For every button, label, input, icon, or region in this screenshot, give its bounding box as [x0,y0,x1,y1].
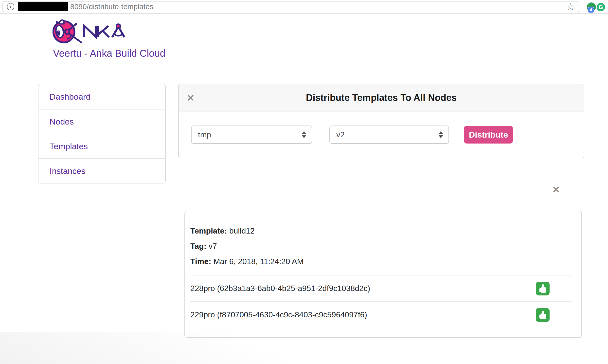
tag-field-value: v7 [209,242,217,251]
result-fields: Template: build12 Tag: v7 Time: Mar 6, 2… [190,211,572,275]
distribute-templates-panel: ✕ Distribute Templates To All Nodes tmp … [178,84,584,158]
template-field-label: Template: [190,226,227,235]
close-icon[interactable]: ✕ [187,93,195,103]
sidebar-item-instances[interactable]: Instances [38,158,165,183]
tag-select[interactable]: v2 [329,126,449,144]
page-title: Veertu - Anka Build Cloud [53,48,165,59]
address-bar[interactable]: i 8090/distribute-templates ☆ [2,1,579,12]
template-field-value: build12 [229,226,255,235]
distribute-button[interactable]: Distribute [464,126,513,144]
time-field-label: Time: [190,257,211,266]
browser-window: i 8090/distribute-templates ☆ 4 G Veertu… [0,0,608,364]
chevron-updown-icon [302,131,306,138]
chevron-updown-icon [439,131,443,138]
distribution-result-card: Template: build12 Tag: v7 Time: Mar 6, 2… [184,211,582,338]
url-text[interactable]: 8090/distribute-templates [70,2,153,11]
thumbs-up-icon [538,284,547,293]
extension-badge: 4 [588,7,594,13]
node-row: 228pro (62b3a1a3-6ab0-4b25-a951-2df9c103… [190,275,572,301]
result-close-icon[interactable]: ✕ [552,185,560,194]
distribute-panel-header: ✕ Distribute Templates To All Nodes [179,84,584,111]
distribute-panel-title: Distribute Templates To All Nodes [306,92,457,103]
template-field: Template: build12 [190,223,572,238]
status-badge [536,282,550,295]
time-field-value: Mar 6, 2018, 11:24:20 AM [214,257,304,266]
anka-logo [53,19,126,44]
tag-field: Tag: v7 [190,238,572,254]
sidebar-nav: Dashboard Nodes Templates Instances [38,84,166,183]
tag-select-value: v2 [336,130,345,139]
browser-chrome: i 8090/distribute-templates ☆ 4 G [0,0,608,14]
sidebar-item-dashboard[interactable]: Dashboard [38,84,165,109]
tag-field-label: Tag: [190,242,206,251]
template-select[interactable]: tmp [191,126,312,144]
bookmark-star-icon[interactable]: ☆ [566,2,575,12]
thumbs-up-icon [538,310,547,319]
redacted-url-host [18,2,68,11]
sidebar-item-templates[interactable]: Templates [38,134,165,158]
info-icon[interactable]: i [7,3,14,10]
node-name: 228pro (62b3a1a3-6ab0-4b25-a951-2df9c103… [190,284,370,293]
node-row: 229pro (f8707005-4630-4c9c-8403-c9c59640… [190,301,572,328]
distribute-panel-body: tmp v2 Distribute [179,111,584,158]
sidebar-item-nodes[interactable]: Nodes [38,109,165,134]
grammarly-icon[interactable]: G [597,3,605,11]
node-name: 229pro (f8707005-4630-4c9c-8403-c9c59640… [190,310,367,319]
status-badge [536,308,550,322]
time-field: Time: Mar 6, 2018, 11:24:20 AM [190,254,572,269]
template-select-value: tmp [198,130,211,139]
